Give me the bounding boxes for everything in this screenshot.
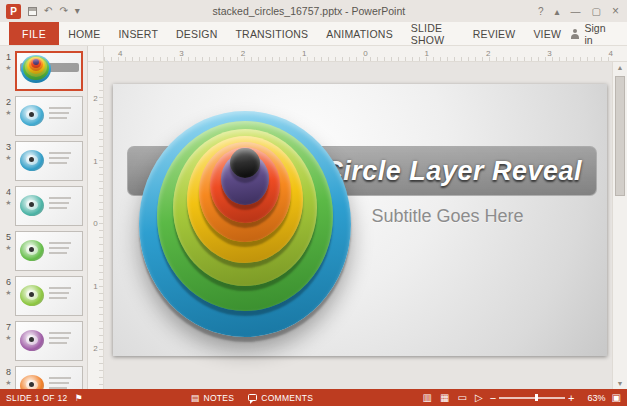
animation-star-icon: ★ (5, 109, 11, 117)
zoom-in-button[interactable]: + (568, 392, 574, 404)
mini-callout-line (49, 107, 71, 109)
mini-center-dot (29, 337, 34, 342)
slide-preview (15, 96, 83, 136)
tab-animations[interactable]: ANIMATIONS (317, 22, 402, 45)
mini-center-dot (29, 157, 34, 162)
slide-thumbnail-3[interactable]: 3★ (2, 141, 83, 181)
stacked-circles (113, 84, 607, 356)
slide-preview (15, 276, 83, 316)
scroll-up-icon[interactable]: ▲ (617, 64, 624, 71)
animation-star-icon: ★ (5, 334, 11, 342)
fit-slide-button[interactable]: ▣ (612, 392, 621, 403)
minimize-icon[interactable]: — (571, 6, 581, 17)
slide-number: 2 (6, 97, 11, 107)
zoom-slider[interactable] (499, 393, 565, 402)
thumbnail-meta: 3★ (2, 141, 15, 181)
mini-center-dot (29, 202, 34, 207)
animation-star-icon: ★ (5, 244, 11, 252)
window-controls: ? ▴ — ▢ × (538, 4, 621, 18)
slide-thumbnail-5[interactable]: 5★ (2, 231, 83, 271)
help-icon[interactable]: ? (538, 6, 544, 17)
hruler-label: 1 (302, 49, 306, 58)
slide-number: 3 (6, 142, 11, 152)
zoom-track (499, 397, 565, 399)
slide-preview (15, 141, 83, 181)
circle-layer-black-knob[interactable] (230, 148, 260, 178)
hruler-label: 1 (425, 49, 429, 58)
tab-view[interactable]: VIEW (524, 22, 570, 45)
mini-callout-line (49, 382, 69, 384)
hruler-label: 4 (609, 49, 613, 58)
notes-button[interactable]: ▤ NOTES (191, 393, 235, 403)
vruler-label: 2 (93, 344, 97, 353)
sign-in-button[interactable]: Sign in (570, 22, 627, 45)
mini-callout-line (49, 292, 69, 294)
scrollbar-thumb[interactable] (615, 76, 625, 196)
comments-button[interactable]: COMMENTS (248, 393, 313, 403)
tab-review[interactable]: REVIEW (464, 22, 525, 45)
slide-canvas: Circle Layer Reveal Subtitle Goes Here (104, 62, 612, 389)
slide-thumbnail-7[interactable]: 7★ (2, 321, 83, 361)
slide-thumbnail-2[interactable]: 2★ (2, 96, 83, 136)
zoom-level[interactable]: 63% (580, 393, 606, 403)
zoom-thumb[interactable] (535, 394, 538, 401)
horizontal-ruler: 432101234 (104, 46, 627, 62)
slide[interactable]: Circle Layer Reveal Subtitle Goes Here (113, 84, 607, 356)
mini-center-dot (29, 292, 34, 297)
slide-preview (15, 366, 83, 389)
sign-in-label: Sign in (585, 22, 615, 46)
tab-insert[interactable]: INSERT (110, 22, 168, 45)
tab-slide-show[interactable]: SLIDE SHOW (402, 22, 464, 45)
save-icon[interactable] (28, 7, 37, 16)
slideshow-button[interactable]: ▷ (475, 392, 483, 403)
ribbon-tabs: HOMEINSERTDESIGNTRANSITIONSANIMATIONSSLI… (59, 22, 570, 45)
mini-callout-line (49, 377, 71, 379)
thumbnail-meta: 8★ (2, 366, 15, 389)
slide-thumbnail-8[interactable]: 8★ (2, 366, 83, 389)
animation-star-icon: ★ (5, 379, 11, 387)
close-icon[interactable]: × (612, 4, 619, 18)
tab-design[interactable]: DESIGN (167, 22, 226, 45)
tab-transitions[interactable]: TRANSITIONS (226, 22, 317, 45)
slide-thumbnail-list: 1★2★3★4★5★6★7★8★ (0, 46, 88, 389)
hruler-label: 2 (241, 49, 245, 58)
vertical-scrollbar[interactable]: ▲ ▼ (612, 62, 627, 389)
powerpoint-app-icon: P (6, 4, 21, 19)
redo-icon[interactable]: ↷ (59, 6, 67, 16)
slide-thumbnail-4[interactable]: 4★ (2, 186, 83, 226)
zoom-out-button[interactable]: − (490, 392, 496, 404)
mini-center-dot (29, 247, 34, 252)
mini-callout-line (49, 207, 67, 209)
mini-callout-line (49, 112, 69, 114)
slide-number: 5 (6, 232, 11, 242)
animation-star-icon: ★ (5, 199, 11, 207)
editor-area: 432101234 21012 Circle Layer Reveal Subt… (88, 46, 627, 389)
vertical-ruler: 21012 (88, 62, 104, 389)
thumbnail-meta: 6★ (2, 276, 15, 316)
notes-label: NOTES (203, 393, 234, 403)
ruler-row: 432101234 (88, 46, 627, 62)
mini-callout-line (49, 197, 71, 199)
tab-home[interactable]: HOME (59, 22, 109, 45)
qat-dropdown-icon[interactable]: ▾ (75, 6, 80, 16)
undo-icon[interactable]: ↶ (44, 6, 52, 16)
normal-view-button[interactable]: ▥ (423, 392, 432, 403)
slide-thumbnail-1[interactable]: 1★ (2, 51, 83, 91)
flag-icon: ⚑ (75, 393, 83, 403)
mini-center-dot (29, 112, 34, 117)
restore-icon[interactable]: ▢ (592, 6, 601, 17)
mini-callout-line (49, 202, 69, 204)
slide-sorter-view-button[interactable]: ▦ (440, 392, 449, 403)
scroll-down-icon[interactable]: ▼ (617, 380, 624, 387)
animation-star-icon: ★ (5, 64, 11, 72)
hruler-label: 3 (547, 49, 551, 58)
ribbon-options-icon[interactable]: ▴ (555, 6, 560, 17)
file-tab[interactable]: FILE (9, 22, 59, 45)
slide-number: 4 (6, 187, 11, 197)
mini-callout-line (49, 342, 67, 344)
slide-indicator: SLIDE 1 OF 12 (6, 393, 68, 403)
slide-thumbnail-6[interactable]: 6★ (2, 276, 83, 316)
mini-circle (33, 59, 39, 65)
slide-number: 8 (6, 367, 11, 377)
reading-view-button[interactable]: ▭ (458, 392, 467, 403)
